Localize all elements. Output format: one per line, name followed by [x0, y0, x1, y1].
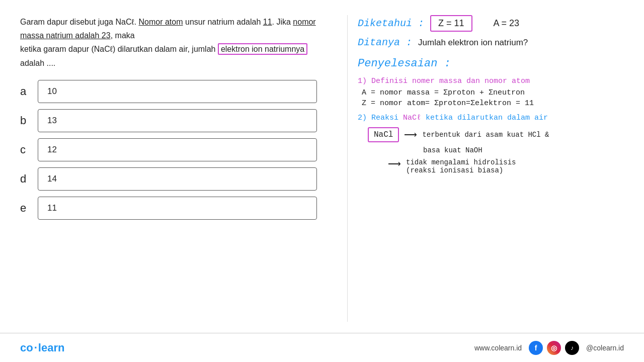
instagram-icon[interactable]: ◎ — [547, 341, 561, 355]
hydrolysis-text1: tidak mengalami hidrolisis — [406, 158, 516, 166]
tiktok-icon[interactable]: ♪ — [565, 341, 579, 355]
logo-dot: · — [34, 341, 37, 354]
question-underline2: 11 — [263, 18, 272, 26]
step2-title: 2) Reaksi NaCℓ ketika dilarutkan dalam a… — [358, 114, 624, 122]
option-d-value: 14 — [47, 174, 57, 184]
option-c-box[interactable]: 12 — [38, 138, 317, 161]
formula2: Z = nomor atom= Σproton=Σelektron = 11 — [358, 99, 624, 108]
option-e[interactable]: e 11 — [20, 197, 332, 220]
question-part2: unsur natrium adalah — [183, 18, 263, 26]
nacl-box: NaCl — [368, 127, 399, 142]
diketahui-label: Diketahui : — [358, 18, 424, 29]
left-panel: Garam dapur disebut juga NaCℓ. Nomor ato… — [20, 15, 347, 322]
logo-learn: learn — [38, 341, 65, 354]
hydrolysis-row: ⟶ tidak mengalami hidrolisis (reaksi ion… — [358, 158, 624, 174]
diketahui-row: Diketahui : Z = 11 A = 23 — [358, 15, 624, 32]
nacl-arrow: ⟶ — [404, 129, 417, 140]
penyelesaian-title: Penyelesaian : — [358, 57, 624, 70]
question-text: Garam dapur disebut juga NaCℓ. Nomor ato… — [20, 15, 332, 70]
step2-nacl-highlight: NaCℓ — [403, 114, 421, 122]
option-c[interactable]: c 12 — [20, 138, 332, 161]
option-d-letter: d — [20, 172, 38, 186]
question-underline1: Nomor atom — [139, 18, 183, 26]
option-b-value: 13 — [47, 116, 57, 125]
question-part3: . Jika — [272, 18, 293, 26]
step2: 2) Reaksi NaCℓ ketika dilarutkan dalam a… — [358, 114, 624, 174]
hydrolysis-text2: (reaksi ionisasi biasa) — [406, 166, 516, 174]
nacl-desc1: terbentuk dari asam kuat HCl & — [422, 131, 549, 139]
option-e-box[interactable]: 11 — [38, 197, 317, 220]
step2-title-prefix: 2) Reaksi — [358, 114, 403, 122]
ditanya-text: Jumlah elektron ion natrium? — [418, 38, 528, 48]
formula1: A = nomor massa = Σproton + Σneutron — [358, 88, 624, 97]
option-b-letter: b — [20, 114, 38, 127]
option-e-value: 11 — [47, 203, 57, 213]
z-value: Z = 11 — [438, 18, 464, 28]
step2-title-suffix: ketika dilarutkan dalam air — [421, 114, 548, 122]
option-d[interactable]: d 14 — [20, 167, 332, 191]
footer-icons: f ◎ ♪ — [529, 341, 579, 355]
step1-title: 1) Definisi nomer massa dan nomor atom — [358, 77, 624, 85]
facebook-icon[interactable]: f — [529, 341, 543, 355]
options-list: a 10 b 13 c 12 d 14 — [20, 80, 332, 220]
ditanya-row: Ditanya : Jumlah elektron ion natrium? — [358, 37, 624, 48]
option-b-box[interactable]: 13 — [38, 109, 317, 132]
option-b[interactable]: b 13 — [20, 109, 332, 132]
option-c-letter: c — [20, 143, 38, 156]
hydrolysis-arrow: ⟶ — [388, 158, 401, 169]
z-value-box: Z = 11 — [430, 15, 472, 32]
option-d-box[interactable]: 14 — [38, 167, 317, 191]
question-highlighted: elektron ion natriumnya — [218, 43, 307, 55]
logo-co: co — [20, 341, 33, 354]
option-c-value: 12 — [47, 145, 57, 154]
a-value: A = 23 — [494, 18, 520, 29]
ditanya-label: Ditanya : — [358, 37, 412, 48]
footer: co·learn www.colearn.id f ◎ ♪ @colearn.i… — [0, 333, 644, 362]
right-panel: Diketahui : Z = 11 A = 23 Ditanya : Juml… — [347, 15, 624, 322]
question-part1: Garam dapur disebut juga NaCℓ. — [20, 18, 139, 26]
option-a-letter: a — [20, 85, 38, 98]
nacl-desc2: basa kuat NaOH — [358, 146, 624, 154]
nacl-row: NaCl ⟶ terbentuk dari asam kuat HCl & — [358, 127, 624, 142]
nacl-label: NaCl — [374, 130, 393, 139]
footer-handle: @colearn.id — [586, 344, 624, 352]
option-e-letter: e — [20, 202, 38, 215]
option-a-box[interactable]: 10 — [38, 80, 317, 103]
option-a[interactable]: a 10 — [20, 80, 332, 103]
option-a-value: 10 — [47, 86, 57, 96]
colearn-logo: co·learn — [20, 341, 64, 354]
footer-url: www.colearn.id — [474, 344, 522, 352]
footer-right: www.colearn.id f ◎ ♪ @colearn.id — [474, 341, 624, 355]
step1: 1) Definisi nomer massa dan nomor atom A… — [358, 77, 624, 108]
